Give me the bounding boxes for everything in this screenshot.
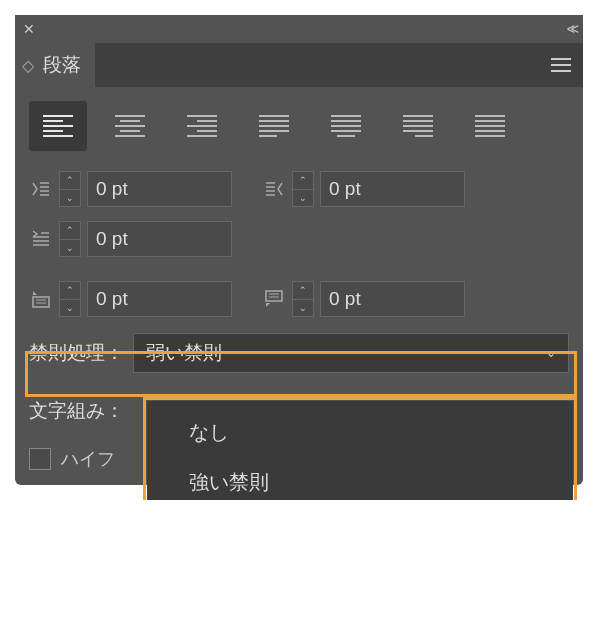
svg-rect-50 <box>33 297 49 307</box>
collapse-icon[interactable]: << <box>567 21 575 37</box>
align-right-button[interactable] <box>173 101 231 151</box>
kinsoku-option-none[interactable]: なし <box>147 407 573 457</box>
space-before-input[interactable]: 0 pt <box>87 281 232 317</box>
panel-titlebar: ✕ << <box>15 15 583 43</box>
indent-left-control: ⌃⌄ 0 pt <box>29 171 232 207</box>
hyphenation-checkbox[interactable] <box>29 448 51 470</box>
panel-title[interactable]: 段落 <box>41 52 95 78</box>
tab-bar: ◇ 段落 <box>15 43 583 87</box>
indent-left-icon <box>29 179 53 199</box>
first-line-indent-input[interactable]: 0 pt <box>87 221 232 257</box>
align-left-button[interactable] <box>29 101 87 151</box>
justify-all-button[interactable] <box>461 101 519 151</box>
justify-center-button[interactable] <box>317 101 375 151</box>
indent-right-input[interactable]: 0 pt <box>320 171 465 207</box>
indent-right-icon <box>262 179 286 199</box>
kinsoku-label: 禁則処理： <box>29 340 133 366</box>
grip-icon[interactable]: ◇ <box>15 56 41 75</box>
alignment-row <box>29 101 569 151</box>
indent-right-stepper[interactable]: ⌃⌄ <box>292 171 314 207</box>
indent-left-stepper[interactable]: ⌃⌄ <box>59 171 81 207</box>
space-before-icon <box>29 289 53 309</box>
kinsoku-row: 禁則処理： 弱い禁則 ⌄ <box>29 331 569 375</box>
space-after-icon <box>262 289 286 309</box>
indent-left-input[interactable]: 0 pt <box>87 171 232 207</box>
space-after-stepper[interactable]: ⌃⌄ <box>292 281 314 317</box>
justify-right-button[interactable] <box>389 101 447 151</box>
svg-rect-53 <box>266 291 282 301</box>
space-after-control: ⌃⌄ 0 pt <box>262 281 465 317</box>
mojikumi-label: 文字組み： <box>29 398 133 424</box>
panel-menu-button[interactable] <box>539 43 583 87</box>
close-icon[interactable]: ✕ <box>23 21 35 37</box>
kinsoku-value: 弱い禁則 <box>146 340 546 366</box>
chevron-down-icon: ⌄ <box>546 346 556 360</box>
first-line-indent-stepper[interactable]: ⌃⌄ <box>59 221 81 257</box>
hyphenation-label: ハイフ <box>61 447 115 471</box>
kinsoku-dropdown[interactable]: 弱い禁則 ⌄ <box>133 333 569 373</box>
kinsoku-dropdown-menu: なし 強い禁則 ✓弱い禁則 禁則設定... <box>147 401 573 500</box>
space-after-input[interactable]: 0 pt <box>320 281 465 317</box>
paragraph-panel: ✕ << ◇ 段落 <box>15 15 583 485</box>
space-before-stepper[interactable]: ⌃⌄ <box>59 281 81 317</box>
align-center-button[interactable] <box>101 101 159 151</box>
kinsoku-option-strong[interactable]: 強い禁則 <box>147 457 573 500</box>
first-line-indent-icon <box>29 229 53 249</box>
space-before-control: ⌃⌄ 0 pt <box>29 281 232 317</box>
first-line-indent-control: ⌃⌄ 0 pt <box>29 221 232 257</box>
indent-right-control: ⌃⌄ 0 pt <box>262 171 465 207</box>
justify-left-button[interactable] <box>245 101 303 151</box>
tab-spacer <box>95 43 539 87</box>
